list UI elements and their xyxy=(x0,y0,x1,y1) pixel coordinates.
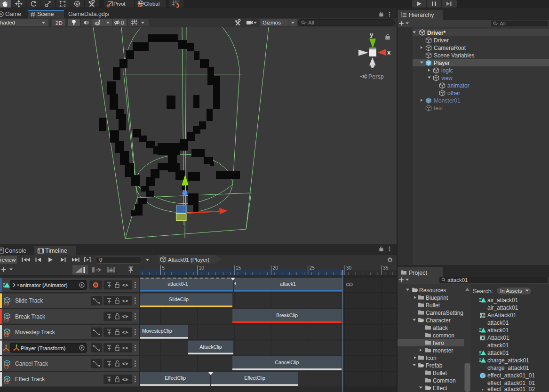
svg-text:x: x xyxy=(387,49,391,56)
svg-text:charge_attack01: charge_attack01 xyxy=(487,365,529,371)
svg-text:Player (Transform): Player (Transform) xyxy=(21,345,66,351)
svg-text:Prefab: Prefab xyxy=(426,362,443,369)
svg-text:effect_attack01_01: effect_attack01_01 xyxy=(487,372,535,379)
svg-text:{}: {} xyxy=(4,332,9,337)
svg-text:Scene Variables: Scene Variables xyxy=(434,52,475,59)
svg-text:Global: Global xyxy=(144,1,159,7)
svg-text:monster: monster xyxy=(433,347,453,354)
svg-text:AttackClip: AttackClip xyxy=(199,344,222,350)
svg-text:BreakClip: BreakClip xyxy=(276,312,298,318)
svg-text:Pivot: Pivot xyxy=(113,1,126,7)
svg-text:Cancel Track: Cancel Track xyxy=(15,360,48,367)
svg-text:Driver*: Driver* xyxy=(427,30,446,36)
svg-text:{}: {} xyxy=(4,364,9,369)
svg-text:Character: Character xyxy=(426,317,451,324)
svg-text:attack01: attack01 xyxy=(487,350,509,356)
svg-text:CameraSetting: CameraSetting xyxy=(426,310,463,316)
svg-text:effect_attack01_02: effect_attack01_02 xyxy=(487,386,535,392)
svg-text:CameraRoot: CameraRoot xyxy=(434,45,466,51)
svg-text:Resources: Resources xyxy=(419,287,446,294)
svg-text:Break Track: Break Track xyxy=(15,313,46,320)
svg-text:attack0-1: attack0-1 xyxy=(167,281,188,287)
svg-text:Blueprint: Blueprint xyxy=(426,295,448,301)
svg-text:y: y xyxy=(370,31,374,38)
svg-text:20: 20 xyxy=(272,265,278,271)
svg-text:attack01: attack01 xyxy=(447,277,468,283)
svg-text:attack01: attack01 xyxy=(487,327,509,334)
svg-text:Game: Game xyxy=(5,11,21,17)
svg-text:Bullet: Bullet xyxy=(433,370,447,376)
svg-text:Icon: Icon xyxy=(426,355,437,361)
svg-text:animator: animator xyxy=(447,82,469,89)
svg-text:2D: 2D xyxy=(56,20,63,26)
svg-text:Y: Y xyxy=(135,22,138,26)
svg-text:{}: {} xyxy=(4,379,9,384)
svg-text:AirAttack01: AirAttack01 xyxy=(487,312,517,319)
svg-text:Attack01 (Player): Attack01 (Player) xyxy=(168,257,209,263)
svg-text:attack1: attack1 xyxy=(280,281,296,287)
svg-text:Attack01: Attack01 xyxy=(487,335,509,341)
svg-text:SlideClip: SlideClip xyxy=(169,296,189,302)
svg-text:attack: attack xyxy=(433,325,448,331)
svg-text:{}: {} xyxy=(4,317,9,322)
svg-text:Monster01: Monster01 xyxy=(434,97,461,104)
svg-text:hero: hero xyxy=(433,340,444,346)
svg-text:Persp: Persp xyxy=(368,73,384,80)
svg-text:{}: {} xyxy=(4,301,9,306)
svg-text:air_attack01: air_attack01 xyxy=(487,297,518,304)
svg-text:Common: Common xyxy=(433,377,456,384)
svg-text:35: 35 xyxy=(383,265,389,271)
svg-text:All: All xyxy=(308,20,314,25)
svg-text:attack01: attack01 xyxy=(487,342,509,349)
svg-text:charge_attack01: charge_attack01 xyxy=(487,357,529,364)
svg-text:review: review xyxy=(0,257,16,263)
svg-text:Driver: Driver xyxy=(434,37,449,44)
svg-text:Effect Track: Effect Track xyxy=(15,376,45,383)
svg-text:Gizmos: Gizmos xyxy=(263,20,281,25)
svg-text:attack01: attack01 xyxy=(487,320,509,326)
svg-text:In Assets: In Assets xyxy=(500,288,522,294)
svg-text:MovestepClip: MovestepClip xyxy=(142,328,172,334)
svg-text:Scene: Scene xyxy=(37,11,54,17)
svg-text:GameData.gdjs: GameData.gdjs xyxy=(68,11,109,17)
svg-text:effect_attack01_01: effect_attack01_01 xyxy=(487,380,535,386)
svg-text:10: 10 xyxy=(199,265,205,271)
svg-text:Bullet: Bullet xyxy=(426,302,440,309)
svg-text:air_attack01: air_attack01 xyxy=(487,304,518,311)
svg-text:Timeline: Timeline xyxy=(45,248,67,254)
svg-text:test: test xyxy=(434,105,443,112)
svg-text:EffectClip: EffectClip xyxy=(244,375,265,381)
svg-text:0: 0 xyxy=(121,20,124,26)
svg-text:other: other xyxy=(447,90,460,96)
svg-text:logic: logic xyxy=(441,67,453,74)
svg-text:EffectClip: EffectClip xyxy=(165,375,186,381)
svg-text:Console: Console xyxy=(5,248,26,254)
svg-text:All: All xyxy=(500,21,506,26)
svg-text:15: 15 xyxy=(236,265,241,271)
svg-text:Hierarchy: Hierarchy xyxy=(409,12,434,18)
svg-text:Effect: Effect xyxy=(433,385,447,392)
svg-text:common: common xyxy=(433,332,454,339)
svg-text:animator (Animator): animator (Animator) xyxy=(20,282,68,288)
svg-text:5: 5 xyxy=(162,265,165,271)
svg-text:Search:: Search: xyxy=(473,288,493,295)
svg-text:0: 0 xyxy=(99,257,102,263)
svg-text:Movestep Track: Movestep Track xyxy=(15,329,56,336)
svg-text:haded: haded xyxy=(0,20,15,25)
svg-text:CancelClip: CancelClip xyxy=(275,360,299,365)
svg-text:30: 30 xyxy=(346,265,352,271)
svg-text:Slide Track: Slide Track xyxy=(15,297,43,304)
svg-text:Project: Project xyxy=(409,270,427,276)
svg-text:Player: Player xyxy=(434,60,450,66)
svg-text:view: view xyxy=(441,75,453,81)
svg-text:25: 25 xyxy=(310,265,315,271)
